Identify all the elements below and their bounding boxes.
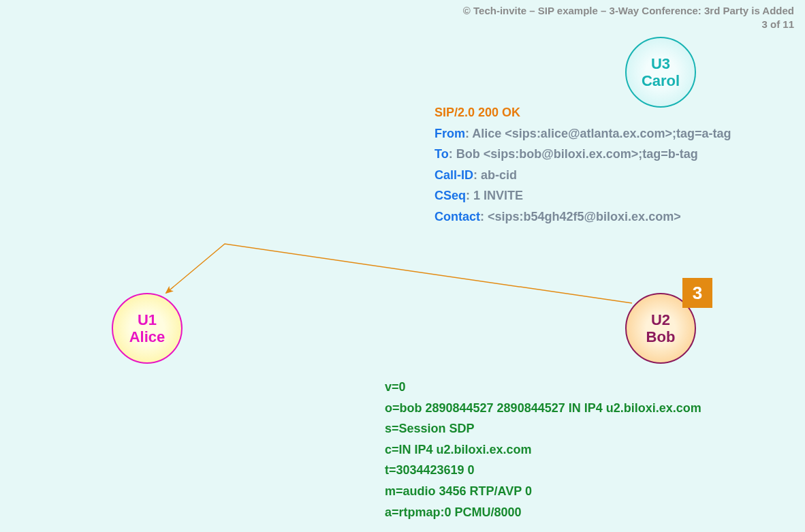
node-alice-name: Alice: [129, 328, 165, 345]
sdp-line-m: m=audio 3456 RTP/AVP 0: [385, 481, 701, 502]
node-carol: U3 Carol: [625, 37, 696, 108]
step-badge: 3: [682, 278, 712, 308]
sip-to-value: : Bob <sips:bob@biloxi.ex.com>;tag=b-tag: [449, 147, 698, 161]
diagram-header: © Tech-invite – SIP example – 3-Way Conf…: [463, 4, 794, 32]
node-carol-id: U3: [651, 55, 670, 72]
sdp-line-c: c=IN IP4 u2.biloxi.ex.com: [385, 439, 701, 460]
sip-cseq-row: CSeq: 1 INVITE: [435, 185, 731, 206]
sip-callid-label: Call-ID: [435, 168, 473, 182]
sip-cseq-value: : 1 INVITE: [466, 189, 523, 202]
sip-contact-value: : <sips:b54gh42f5@biloxi.ex.com>: [480, 210, 681, 223]
copyright-text: © Tech-invite – SIP example – 3-Way Conf…: [463, 5, 794, 16]
sdp-line-a: a=rtpmap:0 PCMU/8000: [385, 502, 701, 523]
node-bob-name: Bob: [646, 328, 676, 345]
sip-contact-row: Contact: <sips:b54gh42f5@biloxi.ex.com>: [435, 206, 731, 228]
sip-status-line: SIP/2.0 200 OK: [435, 102, 731, 123]
diagram-stage: © Tech-invite – SIP example – 3-Way Conf…: [0, 0, 805, 532]
sip-contact-label: Contact: [435, 210, 480, 223]
step-number: 3: [693, 283, 702, 304]
node-alice-id: U1: [138, 311, 157, 328]
sdp-body: v=0 o=bob 2890844527 2890844527 IN IP4 u…: [385, 377, 701, 522]
page-indicator: 3 of 11: [463, 18, 794, 31]
sdp-line-t: t=3034423619 0: [385, 460, 701, 481]
node-carol-name: Carol: [642, 72, 680, 89]
node-bob-id: U2: [651, 311, 670, 328]
sip-cseq-label: CSeq: [435, 189, 466, 202]
node-alice: U1 Alice: [112, 293, 183, 364]
sdp-line-s: s=Session SDP: [385, 418, 701, 439]
sip-from-value: : Alice <sips:alice@atlanta.ex.com>;tag=…: [465, 127, 731, 140]
sip-callid-value: : ab-cid: [473, 168, 517, 182]
sip-to-row: To: Bob <sips:bob@biloxi.ex.com>;tag=b-t…: [435, 144, 731, 165]
sip-callid-row: Call-ID: ab-cid: [435, 165, 731, 186]
sip-from-label: From: [435, 127, 465, 140]
sip-to-label: To: [435, 147, 449, 161]
sip-message: SIP/2.0 200 OK From: Alice <sips:alice@a…: [435, 102, 731, 228]
sdp-line-o: o=bob 2890844527 2890844527 IN IP4 u2.bi…: [385, 398, 701, 419]
sip-from-row: From: Alice <sips:alice@atlanta.ex.com>;…: [435, 123, 731, 144]
sdp-line-v: v=0: [385, 377, 701, 398]
